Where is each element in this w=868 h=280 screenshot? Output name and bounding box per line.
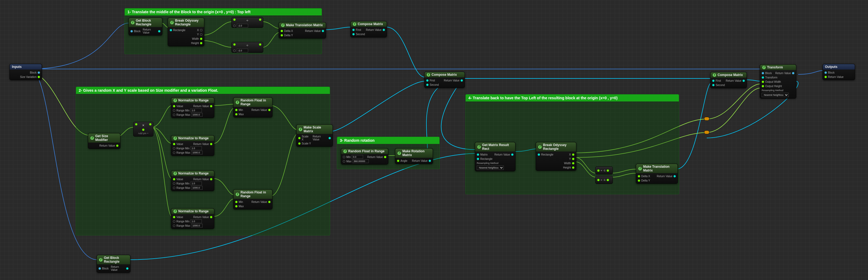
br2-y[interactable]: Y: [569, 157, 571, 160]
rr-max-v[interactable]: [352, 159, 369, 163]
normalize-node-3[interactable]: Normalize to Range ValueReturn Value Ran…: [171, 170, 214, 191]
br2-w[interactable]: Width: [564, 162, 571, 165]
div-node-1[interactable]: ÷: [231, 17, 263, 28]
make-translation-node[interactable]: Make Translation Matrix Delta XReturn Va…: [279, 22, 326, 38]
random-float-node-2[interactable]: Random Float in Range MinReturn Value Ma…: [233, 189, 273, 209]
normalize-node-4[interactable]: Normalize to Range ValueReturn Value Ran…: [171, 208, 214, 229]
inputs-block-pin[interactable]: Block: [30, 71, 36, 74]
n4-rmin-val[interactable]: [190, 219, 202, 223]
n4-rmax-val[interactable]: [191, 224, 203, 227]
outputs-return-pin[interactable]: Return Value: [828, 75, 844, 79]
ms-sy[interactable]: Scale Y: [302, 142, 311, 145]
n1-rmin[interactable]: Range Min: [177, 109, 189, 112]
tr-transform[interactable]: Transform: [765, 76, 777, 79]
n1-rmax[interactable]: Range Max: [177, 113, 190, 116]
random-rot-float-node[interactable]: Random Float in Range MinReturn Value Ma…: [341, 148, 388, 164]
div-node-p2[interactable]: ÷-1: [595, 176, 613, 184]
br2-h[interactable]: Height: [563, 166, 571, 169]
n3-out[interactable]: Return Value: [193, 178, 209, 181]
rf2-min[interactable]: Min: [239, 200, 243, 204]
n3-rmin[interactable]: Range Min: [177, 182, 189, 185]
mt2-dy[interactable]: Delta Y: [641, 179, 650, 182]
transform-node[interactable]: Transform BlockReturn Value Transform Ou…: [760, 64, 796, 98]
n4-rmax[interactable]: Range Max: [177, 224, 190, 227]
break-rect-node[interactable]: Break Odyssey Rectangle RectangleX Y Wid…: [168, 18, 204, 46]
n1-rmin-val[interactable]: [190, 108, 202, 112]
compose-matrix-node-1[interactable]: Compose Matrix FirstReturn Value Second: [350, 21, 387, 37]
reroute-2[interactable]: [704, 130, 709, 134]
cm1-out[interactable]: Return Value: [366, 28, 381, 31]
rr-out[interactable]: Return Value: [367, 156, 383, 158]
cm3-first[interactable]: First: [716, 79, 721, 82]
div-node-2[interactable]: ÷: [231, 42, 263, 53]
gbr2-out[interactable]: Return Value: [111, 266, 125, 271]
mt2-dx[interactable]: Delta X: [641, 175, 650, 178]
normalize-node-1[interactable]: Normalize to Range ValueReturn Value Ran…: [171, 97, 214, 118]
rf1-out[interactable]: Return Value: [251, 108, 267, 112]
make-rotation-node[interactable]: Make Rotation Matrix AngleReturn Value: [395, 148, 433, 164]
rr-min[interactable]: Min: [346, 156, 351, 158]
reroute-1[interactable]: [704, 117, 709, 121]
gmrr-resampling[interactable]: Nearest Neighbour: [477, 165, 504, 170]
normalize-node-2[interactable]: Normalize to Range ValueReturn Value Ran…: [171, 135, 214, 156]
rf2-out[interactable]: Return Value: [251, 200, 267, 204]
mt-out[interactable]: Return Value: [305, 30, 321, 32]
inputs-node[interactable]: Inputs Block Size Variation: [9, 64, 42, 80]
n2-rmin[interactable]: Range Min: [177, 147, 189, 150]
cm3-second[interactable]: Second: [716, 84, 725, 87]
cm3-out[interactable]: Return Value: [726, 79, 741, 82]
br-w[interactable]: Width: [192, 37, 199, 40]
outputs-block-pin[interactable]: Block: [828, 71, 834, 74]
inputs-sizevar-pin[interactable]: Size Variation: [20, 75, 36, 79]
n2-out[interactable]: Return Value: [193, 143, 209, 146]
br-y[interactable]: Y: [197, 33, 199, 36]
mt-dx[interactable]: Delta X: [284, 30, 293, 32]
rf1-min[interactable]: Min: [239, 108, 243, 112]
n2-rmin-val[interactable]: [190, 146, 202, 150]
make-scale-node[interactable]: Make Scale Matrix Scale XReturn Value Sc…: [296, 124, 333, 147]
multiply-node[interactable]: × Add pin +: [133, 122, 153, 136]
outputs-node[interactable]: Outputs Block Return Value: [823, 64, 855, 80]
rf1-max[interactable]: Max: [239, 113, 244, 116]
random-float-node-1[interactable]: Random Float in Range MinReturn Value Ma…: [233, 97, 273, 117]
tr-block[interactable]: Block: [765, 72, 772, 75]
gbr-in[interactable]: Block: [134, 30, 141, 33]
gbr-out[interactable]: Return Value: [143, 28, 157, 34]
make-translation-node-2[interactable]: Make Translation Matrix Delta XReturn Va…: [636, 164, 678, 184]
mr-angle[interactable]: Angle: [400, 159, 407, 162]
n1-out[interactable]: Return Value: [193, 105, 209, 108]
br-in[interactable]: Rectangle: [173, 29, 185, 32]
n3-v[interactable]: Value: [177, 178, 183, 181]
mult-add-pin[interactable]: Add pin +: [138, 132, 148, 135]
cm2-second[interactable]: Second: [430, 83, 439, 86]
gmrr-m[interactable]: Matrix: [480, 153, 488, 156]
n4-rmin[interactable]: Range Min: [177, 220, 189, 223]
div-node-p1[interactable]: ÷-1: [595, 166, 613, 175]
get-matrix-result-rect-node[interactable]: Get Matrix Result Rect MatrixReturn Valu…: [475, 142, 516, 171]
cm1-first[interactable]: First: [356, 28, 361, 31]
div2-b[interactable]: [237, 49, 248, 53]
rf2-max[interactable]: Max: [239, 205, 244, 208]
get-block-rect-node[interactable]: Get Block Rectangle BlockReturn Value: [128, 18, 162, 35]
br-h[interactable]: Height: [191, 42, 199, 44]
n1-rmax-val[interactable]: [191, 113, 203, 117]
get-block-rect-node-2[interactable]: Get Block Rectangle BlockReturn Value: [97, 255, 130, 273]
break-rect-node-2[interactable]: Break Odyssey Rectangle RectangleX Y Wid…: [536, 142, 576, 171]
n2-v[interactable]: Value: [177, 143, 183, 146]
compose-matrix-node-2[interactable]: Compose Matrix FirstReturn Value Second: [424, 72, 465, 88]
rr-max[interactable]: Max: [346, 160, 351, 163]
ms-sx[interactable]: Scale X: [302, 135, 310, 141]
gsm-out[interactable]: Return Value: [99, 144, 115, 147]
cm2-first[interactable]: First: [430, 79, 435, 82]
get-size-modifier-node[interactable]: Get Size Modifier Return Value: [88, 133, 120, 149]
mt2-out[interactable]: Return Value: [657, 175, 672, 178]
br2-x[interactable]: X: [569, 153, 571, 156]
tr-out[interactable]: Return Value: [775, 72, 791, 75]
rr-min-v[interactable]: [352, 155, 363, 159]
mt-dy[interactable]: Delta Y: [284, 34, 293, 37]
tr-resampling[interactable]: Nearest Neighbour: [762, 93, 789, 97]
cm1-second[interactable]: Second: [356, 33, 365, 36]
n3-rmax-val[interactable]: [191, 186, 203, 190]
br-x[interactable]: X: [197, 29, 199, 32]
tr-oh[interactable]: Output Height: [765, 85, 782, 88]
